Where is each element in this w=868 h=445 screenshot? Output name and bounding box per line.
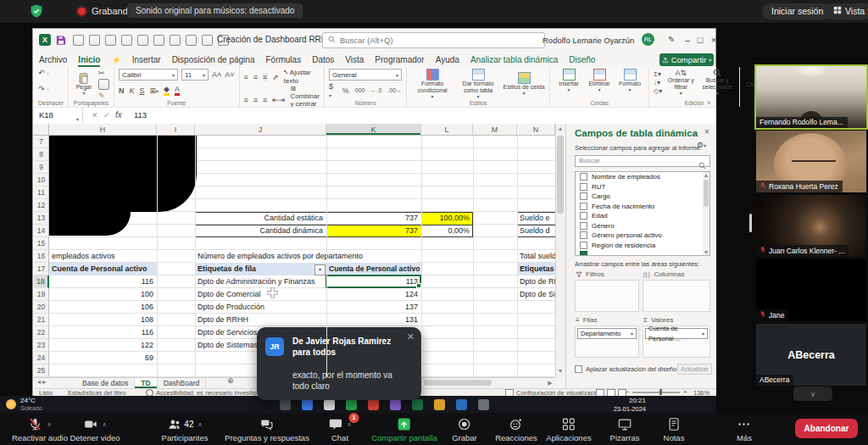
participant-tile-1[interactable]: Fernando Rodolfo Lema... — [756, 66, 866, 128]
filters-drop-area[interactable] — [575, 280, 639, 312]
cell-H23[interactable]: 122 — [49, 339, 157, 352]
cell-N16[interactable]: Total sueld — [517, 250, 555, 263]
panel-close-icon[interactable]: × — [704, 127, 709, 136]
quick-access-icon[interactable] — [202, 35, 213, 46]
toolbar-apps-button[interactable]: Aplicaciones — [546, 417, 591, 442]
column-header-I[interactable]: I — [157, 124, 195, 136]
encryption-shield-icon[interactable] — [29, 3, 44, 22]
shrink-font-icon[interactable]: A˅ — [225, 70, 234, 79]
toolbar-share-button[interactable]: Compartir pantalla — [371, 417, 437, 442]
zoom-out-icon[interactable]: − — [626, 388, 630, 396]
sheet-tab-base-de-datos[interactable]: Base de datos — [76, 378, 135, 388]
row-header-17[interactable]: 17 — [34, 263, 49, 275]
taskbar-app-icon[interactable] — [412, 399, 423, 410]
select-all-corner[interactable] — [34, 124, 49, 136]
rows-field-pill[interactable]: Departamento▾ — [577, 328, 637, 339]
font-size-select[interactable]: 11▾ — [181, 69, 209, 81]
save-icon[interactable] — [56, 34, 66, 49]
row-header-10[interactable]: 10 — [34, 174, 49, 186]
sign-in-button[interactable]: Iniciar sesión — [762, 3, 832, 19]
formula-input[interactable]: 113 — [134, 107, 147, 123]
ribbon-tab-dise-o[interactable]: Diseño — [569, 55, 595, 64]
bold-button[interactable]: N — [119, 86, 125, 95]
toolbar-whiteboards-button[interactable]: Pizarras — [610, 417, 640, 442]
undo-icon[interactable]: ↶ · — [38, 69, 64, 77]
vertical-scroll-thumb[interactable] — [557, 136, 564, 214]
field-checkbox[interactable] — [580, 231, 587, 239]
cell-H21[interactable]: 108 — [49, 314, 157, 326]
field-item[interactable]: Fecha de nacimiento — [576, 202, 709, 212]
format-cells-button[interactable]: Formato▾ — [615, 69, 644, 93]
cell-L13[interactable]: 100,00% — [421, 212, 473, 225]
row-header-15[interactable]: 15 — [34, 237, 49, 250]
toolbar-video-button[interactable]: ∧Detener video — [70, 417, 120, 442]
field-checkbox[interactable] — [580, 203, 587, 210]
taskbar-app-icon[interactable] — [280, 399, 291, 410]
field-item[interactable]: Región de residencia — [576, 241, 709, 251]
participant-tile-2[interactable]: Roxana Huerta Perez — [756, 131, 866, 192]
taskbar-app-icon[interactable] — [456, 399, 467, 410]
delete-cells-button[interactable]: Eliminar▾ — [585, 69, 614, 93]
cell-K13[interactable]: 737 — [326, 212, 421, 225]
field-item[interactable]: Nombre de empleados — [576, 172, 709, 182]
view-button[interactable]: Vista — [824, 3, 868, 19]
leave-meeting-button[interactable]: Abandonar — [795, 419, 858, 438]
taskbar-app-icon[interactable] — [368, 399, 379, 410]
row-header-7[interactable]: 7 — [34, 136, 49, 148]
cell-J16[interactable]: Número de empleados activos por departam… — [195, 250, 417, 263]
quick-access-icon[interactable] — [73, 35, 84, 46]
row-header-16[interactable]: 16 — [34, 250, 49, 263]
increase-decimal-icon[interactable]: ←.0 — [371, 87, 382, 93]
cell-H24[interactable]: 69 — [49, 352, 157, 364]
row-header-25[interactable]: 25 — [34, 364, 49, 377]
toolbar-audio-button[interactable]: ∧Reactivar audio — [12, 417, 68, 442]
original-sound-pill[interactable]: Sonido original para músicos: desactivad… — [127, 3, 303, 18]
taskbar-app-icon[interactable] — [324, 399, 335, 410]
quick-access-icon[interactable] — [170, 35, 181, 46]
row-header-18[interactable]: 18 — [34, 275, 49, 288]
field-checkbox[interactable] — [580, 212, 587, 220]
cell-N18[interactable]: Dpto de RR — [517, 275, 555, 288]
format-painter-icon[interactable]: ✎ — [98, 92, 109, 100]
field-checkbox[interactable] — [580, 242, 587, 249]
quick-access-icon[interactable] — [89, 35, 100, 46]
toolbar-qa-button[interactable]: Preguntas y respuestas — [225, 417, 309, 442]
enter-entry-icon[interactable]: ✓ — [103, 111, 110, 120]
sheet-tab-td[interactable]: TD — [135, 378, 157, 388]
panel-tools-gear-icon[interactable]: ⚙▾ — [697, 141, 706, 149]
cancel-entry-icon[interactable]: ✕ — [92, 111, 98, 120]
close-button[interactable]: × — [708, 35, 720, 45]
quick-access-icon[interactable] — [105, 35, 116, 46]
row-header-19[interactable]: 19 — [34, 288, 49, 301]
cell-N19[interactable]: Dpto de Sis — [517, 288, 555, 301]
insert-function-icon[interactable]: fx — [115, 110, 122, 120]
field-item-partial[interactable] — [576, 250, 709, 256]
sidebar-collapse-handle[interactable] — [749, 214, 752, 232]
scroll-right-icon[interactable]: ▶ — [545, 380, 555, 387]
addin-tab-icon[interactable]: ⚡ — [111, 56, 120, 64]
chevron-up-icon[interactable]: ∧ — [47, 421, 51, 428]
name-box[interactable]: K18▾ — [34, 107, 83, 123]
zoom-in-icon[interactable]: + — [683, 388, 687, 396]
comma-style-icon[interactable]: 000 — [355, 87, 365, 93]
fields-search-input[interactable]: Buscar — [575, 155, 710, 167]
cell-N14[interactable]: Sueldo d — [517, 225, 555, 237]
format-as-table-button[interactable]: Dar formato como tabla▾ — [457, 69, 499, 100]
row-header-13[interactable]: 13 — [34, 212, 49, 225]
row-header-20[interactable]: 20 — [34, 301, 49, 314]
cell-N13[interactable]: Sueldo e — [517, 212, 555, 225]
cell-K21[interactable]: 131 — [326, 314, 421, 326]
toolbar-chat-button[interactable]: 1∧Chat — [328, 417, 351, 442]
sheet-nav-arrows[interactable]: ◂ ▸ — [37, 378, 46, 386]
autosum-icon[interactable]: Σ▾ — [654, 70, 662, 78]
cell-K14[interactable]: 737 — [326, 225, 421, 237]
cell-J17[interactable]: Etiquetas de fila — [195, 263, 326, 275]
cell-N17[interactable]: Etiquetas d — [517, 263, 555, 275]
italic-button[interactable]: K — [129, 86, 134, 95]
cell-J13[interactable]: Cantidad estática — [195, 212, 326, 225]
cell-styles-button[interactable]: Estilos de celda▾ — [503, 72, 545, 97]
cell-J14[interactable]: Cantidad dinámica — [195, 225, 326, 237]
field-item[interactable]: Cargo — [576, 192, 709, 202]
align-center-icon[interactable]: ≡ — [253, 96, 258, 104]
clear-icon[interactable]: ◇▾ — [654, 87, 662, 95]
